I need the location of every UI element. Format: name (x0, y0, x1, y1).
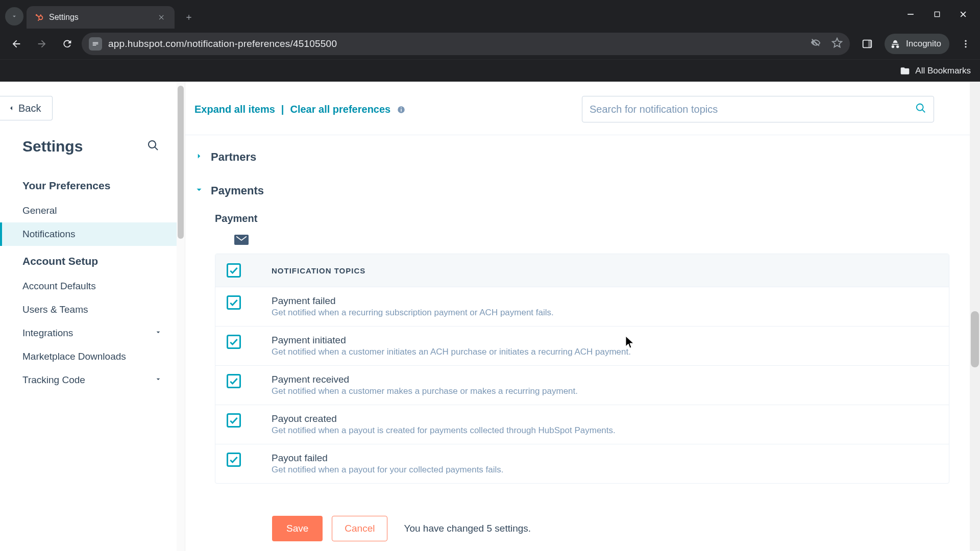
settings-search-icon[interactable] (147, 139, 159, 154)
topic-row: Payment failed Get notified when a recur… (215, 287, 949, 327)
cancel-button[interactable]: Cancel (332, 516, 387, 541)
sidebar-scrollbar[interactable] (177, 82, 185, 551)
new-tab-button[interactable] (180, 8, 198, 27)
browser-tab[interactable]: Settings (27, 6, 175, 29)
topic-title: Payment initiated (272, 335, 631, 346)
nav-back-button[interactable] (5, 33, 28, 55)
info-icon[interactable] (395, 104, 406, 115)
topic-desc: Get notified when a payout is created fo… (272, 425, 616, 436)
svg-rect-16 (401, 108, 402, 109)
topics-select-all-checkbox[interactable] (227, 263, 241, 278)
nav-forward-button[interactable] (31, 33, 53, 55)
back-label: Back (18, 103, 41, 114)
tab-strip: Settings (0, 0, 980, 29)
back-button[interactable]: Back (0, 96, 53, 120)
main-content: Expand all items | Clear all preferences… (185, 82, 980, 551)
svg-line-2 (37, 16, 40, 17)
page-scroll-thumb[interactable] (971, 311, 979, 367)
nav-reload-button[interactable] (56, 33, 79, 55)
email-channel-icon[interactable] (234, 235, 249, 245)
section-payments[interactable]: Payments (194, 174, 949, 208)
section-partners-label: Partners (211, 151, 256, 164)
topic-desc: Get notified when a customer initiates a… (272, 347, 631, 357)
nav-item-users-teams[interactable]: Users & Teams (0, 298, 185, 321)
address-bar[interactable]: app.hubspot.com/notification-preferences… (82, 33, 850, 55)
window-maximize-button[interactable] (931, 8, 943, 20)
chevron-down-icon (154, 374, 162, 386)
topic-title: Payout created (272, 413, 616, 424)
topic-desc: Get notified when a payout for your coll… (272, 465, 504, 475)
app-viewport: Back Settings Your Preferences General N… (0, 82, 980, 551)
topic-title: Payment received (272, 374, 578, 385)
svg-point-3 (40, 14, 41, 15)
svg-point-13 (965, 46, 966, 47)
tab-title: Settings (49, 13, 151, 22)
window-controls (904, 0, 976, 29)
toolbar-right: Incognito (857, 34, 975, 54)
topics-header-label: NOTIFICATION TOPICS (272, 266, 365, 275)
topic-title: Payout failed (272, 453, 504, 464)
tab-close-button[interactable] (156, 12, 167, 23)
all-bookmarks-label: All Bookmarks (915, 66, 971, 76)
notification-search[interactable] (582, 96, 934, 122)
section-payments-label: Payments (211, 184, 264, 197)
settings-sidebar: Back Settings Your Preferences General N… (0, 82, 185, 551)
page-scrollbar[interactable] (970, 82, 980, 551)
svg-point-11 (965, 40, 966, 42)
topics-table: NOTIFICATION TOPICS Payment failed Get n… (215, 254, 949, 484)
save-button[interactable]: Save (272, 516, 323, 541)
svg-rect-10 (868, 40, 871, 48)
channel-icons-row (194, 233, 949, 251)
topic-checkbox[interactable] (227, 453, 241, 467)
folder-icon (900, 66, 910, 76)
omnibox-actions (810, 37, 843, 51)
topic-checkbox[interactable] (227, 295, 241, 310)
bookmark-star-icon[interactable] (831, 37, 843, 51)
section-partners[interactable]: Partners (194, 140, 949, 174)
sidebar-scroll-thumb[interactable] (178, 86, 184, 239)
topics-header-row: NOTIFICATION TOPICS (215, 254, 949, 287)
topic-row: Payout failed Get notified when a payout… (215, 444, 949, 483)
topic-row: Payment received Get notified when a cus… (215, 366, 949, 405)
notification-search-input[interactable] (590, 104, 909, 115)
nav-section-account-setup: Account Setup (0, 246, 185, 274)
side-panel-icon[interactable] (857, 34, 877, 54)
nav-section-your-preferences: Your Preferences (0, 170, 185, 199)
svg-rect-7 (908, 14, 914, 14)
subsection-payment: Payment (194, 208, 949, 233)
search-icon[interactable] (915, 103, 926, 116)
svg-line-6 (39, 19, 39, 19)
link-separator: | (279, 104, 286, 115)
topic-title: Payment failed (272, 295, 554, 307)
chevron-left-icon (7, 104, 15, 112)
topic-checkbox[interactable] (227, 374, 241, 388)
nav-item-tracking-code[interactable]: Tracking Code (0, 368, 185, 392)
tab-search-button[interactable] (5, 7, 23, 26)
changed-settings-msg: You have changed 5 settings. (404, 523, 531, 534)
url-text: app.hubspot.com/notification-preferences… (108, 38, 337, 49)
window-minimize-button[interactable] (904, 8, 917, 20)
window-close-button[interactable] (958, 8, 970, 20)
chevron-down-icon (154, 328, 162, 339)
topic-checkbox[interactable] (227, 413, 241, 428)
toolbar-links: Expand all items | Clear all preferences (194, 104, 406, 115)
svg-rect-15 (401, 109, 402, 112)
all-bookmarks-button[interactable]: All Bookmarks (900, 66, 971, 76)
browser-menu-button[interactable] (957, 35, 975, 53)
expand-all-link[interactable]: Expand all items (194, 104, 275, 115)
eye-off-icon[interactable] (810, 37, 821, 51)
notification-sections: Partners Payments Payment NOTIFICATION T… (185, 135, 980, 484)
bookmarks-bar: All Bookmarks (0, 59, 980, 82)
clear-all-link[interactable]: Clear all preferences (290, 104, 390, 115)
topic-checkbox[interactable] (227, 335, 241, 349)
incognito-chip[interactable]: Incognito (885, 34, 949, 54)
nav-item-integrations[interactable]: Integrations (0, 321, 185, 345)
nav-item-marketplace-downloads[interactable]: Marketplace Downloads (0, 345, 185, 368)
hubspot-favicon-icon (34, 12, 44, 22)
topic-desc: Get notified when a recurring subscripti… (272, 308, 554, 318)
nav-item-general[interactable]: General (0, 199, 185, 222)
svg-point-12 (965, 43, 966, 44)
site-info-icon[interactable] (89, 37, 102, 51)
nav-item-account-defaults[interactable]: Account Defaults (0, 274, 185, 298)
nav-item-notifications[interactable]: Notifications (0, 222, 185, 246)
